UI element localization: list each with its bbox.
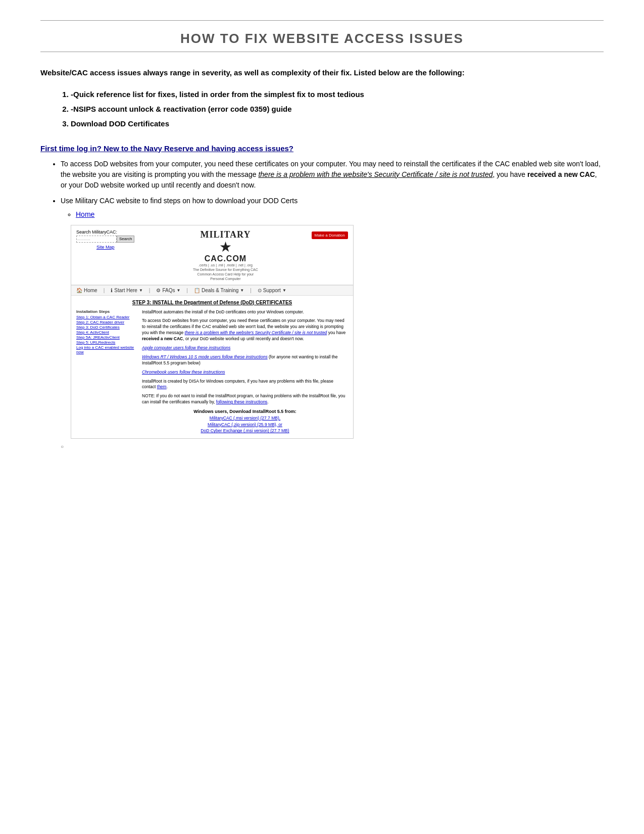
step2-link[interactable]: Step 2: CAC Reader driver bbox=[76, 320, 137, 325]
bottom-circle: ○ bbox=[61, 444, 604, 449]
windows-download-title: Windows users, Download InstallRoot 5.5 … bbox=[142, 408, 348, 415]
support-label: Support bbox=[263, 288, 281, 293]
logo-tagline-2: Common Access Card Help for your bbox=[139, 272, 311, 276]
sitemap-link: Site Map bbox=[76, 245, 134, 250]
section-heading: First time log in? New to the Navy Reser… bbox=[40, 144, 604, 153]
logo-caccom: CAC.COM bbox=[139, 254, 311, 263]
nav-item-deals-training[interactable]: 📋 Deals & Training ▼ bbox=[194, 288, 244, 293]
log-into-cac-link[interactable]: Log into a CAC enabled website now bbox=[76, 345, 137, 354]
bullet1-text-middle: , you have bbox=[493, 170, 528, 178]
search-area: Search MilitaryCAC: Search Site Map bbox=[76, 229, 134, 250]
make-donation-button[interactable]: Make a Donation bbox=[312, 231, 348, 239]
start-here-label: Start Here bbox=[114, 288, 137, 293]
top-rule bbox=[40, 20, 604, 21]
bullet2-text: Use Military CAC website to find steps o… bbox=[61, 197, 298, 205]
step4-link[interactable]: Step 4: ActivClient bbox=[76, 330, 137, 335]
content-layout: Installation Steps Step 1: Obtain a CAC … bbox=[76, 309, 348, 435]
deals-icon: 📋 bbox=[194, 288, 200, 293]
logo-tagline-1: The Definitive Source for Everything CAC bbox=[139, 268, 311, 271]
faqs-label: FAQs bbox=[162, 288, 175, 293]
site-map-anchor[interactable]: Site Map bbox=[96, 245, 115, 250]
main-bullet-list: To access DoD websites from your compute… bbox=[61, 159, 604, 220]
site-search-input[interactable] bbox=[76, 236, 117, 243]
toc-item-3: Download DOD Certificates bbox=[71, 118, 604, 129]
logo-tagline-3: Personal Computer bbox=[139, 277, 311, 281]
sub-list: Home bbox=[76, 209, 604, 220]
faqs-icon: ⚙ bbox=[156, 288, 161, 293]
para-chromebook: Chromebook users follow these instructio… bbox=[142, 369, 348, 376]
apple-instructions-link[interactable]: Apple computer users follow these instru… bbox=[142, 345, 230, 350]
para-access: To access DoD websites from your compute… bbox=[142, 318, 348, 342]
deals-arrow: ▼ bbox=[240, 288, 244, 293]
nav-divider-3: | bbox=[186, 288, 188, 293]
home-icon: 🏠 bbox=[76, 288, 82, 293]
website-screenshot: Search MilitaryCAC: Search Site Map MILI… bbox=[71, 225, 354, 439]
site-search-button[interactable]: Search bbox=[117, 236, 134, 243]
para-disa: InstallRoot is created by DISA for Windo… bbox=[142, 379, 348, 391]
download-link-3: DoD Cyber Exchange (.msi version) (27.7 … bbox=[142, 428, 348, 434]
info-icon: ℹ bbox=[111, 288, 113, 293]
dod-cyber-link[interactable]: DoD Cyber Exchange (.msi version) (27.7 … bbox=[201, 428, 289, 433]
installation-steps-label: Installation Steps bbox=[76, 309, 137, 314]
site-header: Search MilitaryCAC: Search Site Map MILI… bbox=[71, 225, 353, 285]
nav-item-faqs[interactable]: ⚙ FAQs ▼ bbox=[156, 288, 180, 293]
dodcerts-link[interactable]: Home bbox=[76, 210, 94, 218]
manually-link[interactable]: following these instructions bbox=[216, 399, 268, 404]
logo-star: ★ bbox=[139, 240, 311, 254]
support-icon: ⊙ bbox=[258, 288, 262, 293]
nav-divider-1: | bbox=[104, 288, 105, 293]
sub-list-item-1: Home bbox=[76, 209, 604, 220]
title-bottom-rule bbox=[40, 52, 604, 52]
step5a-link[interactable]: Step 5A: JREActivClient bbox=[76, 335, 137, 340]
start-here-arrow: ▼ bbox=[139, 288, 143, 293]
msi-militarycac-link[interactable]: MilitaryCAC (.msi version) (27.7 MB), bbox=[210, 415, 280, 421]
intro-text: Website/CAC access issues always range i… bbox=[40, 67, 604, 79]
step3-link[interactable]: Step 3: DoD Certificates bbox=[76, 325, 137, 330]
donation-area: Make a Donation bbox=[312, 229, 348, 239]
para-windows-rt: Windows RT / Windows 10 S mode users fol… bbox=[142, 354, 348, 366]
nav-divider-2: | bbox=[149, 288, 151, 293]
faqs-arrow: ▼ bbox=[176, 288, 180, 293]
site-logo: MILITARY ★ CAC.COM .certs | .us | .mil |… bbox=[139, 229, 311, 281]
italic-problem: there is a problem with the website's Se… bbox=[185, 330, 327, 335]
italic-cert-text: there is a problem with the website's Se… bbox=[258, 170, 492, 178]
toc-list: -Quick reference list for fixes, listed … bbox=[71, 89, 604, 129]
nav-item-home[interactable]: 🏠 Home bbox=[76, 288, 97, 293]
zip-militarycac-link[interactable]: MilitaryCAC (.zip version) (25.9 MB), or bbox=[208, 422, 282, 427]
search-row: Search bbox=[76, 236, 134, 243]
bullet1-bold: received a new CAC bbox=[527, 170, 595, 178]
site-content: STEP 3: INSTALL the Department of Defens… bbox=[71, 296, 353, 439]
toc-item-2: -NSIPS account unlock & reactivation (er… bbox=[71, 104, 604, 114]
main-content-area: InstallRoot automates the install of the… bbox=[142, 309, 348, 435]
nav-item-support[interactable]: ⊙ Support ▼ bbox=[258, 288, 286, 293]
para-apple: Apple computer users follow these instru… bbox=[142, 345, 348, 351]
bullet-item-1: To access DoD websites from your compute… bbox=[61, 159, 604, 191]
sidebar-steps: Installation Steps Step 1: Obtain a CAC … bbox=[76, 309, 137, 435]
home-label: Home bbox=[84, 288, 97, 293]
para-installroot: InstallRoot automates the install of the… bbox=[142, 309, 348, 315]
received-new-cac: received a new CAC bbox=[142, 336, 183, 341]
nav-divider-4: | bbox=[250, 288, 252, 293]
bullet-item-2: Use Military CAC website to find steps o… bbox=[61, 196, 604, 220]
logo-urls: .certs | .us | .mil | .mobi | .net | .or… bbox=[139, 263, 311, 267]
logo-military: MILITARY bbox=[139, 229, 311, 240]
download-link-1: MilitaryCAC (.msi version) (27.7 MB), bbox=[142, 415, 348, 422]
download-link-2: MilitaryCAC (.zip version) (25.9 MB), or bbox=[142, 422, 348, 428]
nav-item-start-here[interactable]: ℹ Start Here ▼ bbox=[111, 288, 143, 293]
step-title: STEP 3: INSTALL the Department of Defens… bbox=[76, 300, 348, 305]
disa-contact-link[interactable]: them bbox=[157, 384, 167, 389]
deals-training-label: Deals & Training bbox=[202, 288, 238, 293]
toc-item-1: -Quick reference list for fixes, listed … bbox=[71, 89, 604, 100]
chromebook-link[interactable]: Chromebook users follow these instructio… bbox=[142, 369, 225, 375]
step5-link[interactable]: Step 5: URLRedirects bbox=[76, 340, 137, 345]
page-title: HOW TO FIX WEBSITE ACCESS ISSUES bbox=[40, 31, 604, 47]
windows-rt-link[interactable]: Windows RT / Windows 10 S mode users fol… bbox=[142, 354, 268, 359]
step1-link[interactable]: Step 1: Obtain a CAC Reader bbox=[76, 315, 137, 319]
site-nav: 🏠 Home | ℹ Start Here ▼ | ⚙ FAQs ▼ | 📋 D… bbox=[71, 285, 353, 296]
para-note: NOTE: If you do not want to install the … bbox=[142, 393, 348, 405]
support-arrow: ▼ bbox=[282, 288, 286, 293]
search-label: Search MilitaryCAC: bbox=[76, 229, 134, 235]
windows-download: Windows users, Download InstallRoot 5.5 … bbox=[142, 408, 348, 434]
